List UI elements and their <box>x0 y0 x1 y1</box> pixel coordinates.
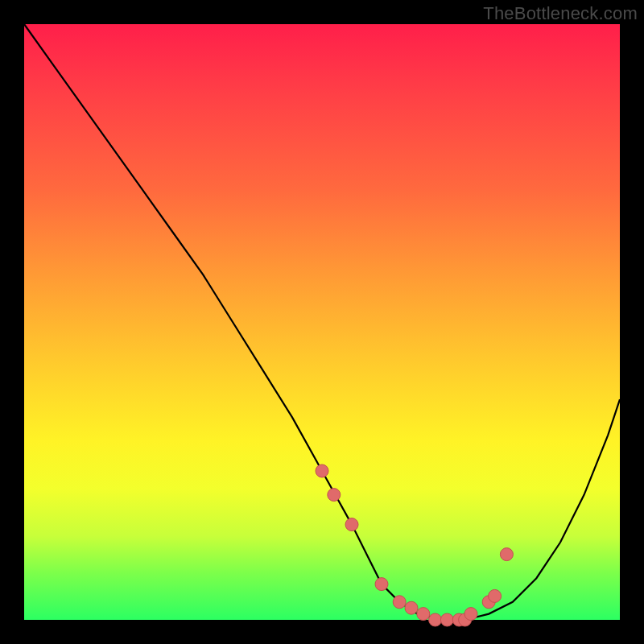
chart-svg <box>24 24 620 620</box>
scatter-point <box>328 489 341 502</box>
scatter-points <box>316 464 513 626</box>
scatter-point <box>405 601 418 614</box>
scatter-point <box>440 613 453 626</box>
scatter-point <box>464 608 477 621</box>
scatter-point <box>489 589 502 602</box>
scatter-point <box>393 596 406 609</box>
bottleneck-curve <box>24 24 620 620</box>
scatter-point <box>316 464 328 477</box>
scatter-point <box>375 578 388 591</box>
scatter-point <box>500 548 513 561</box>
scatter-point <box>417 608 430 621</box>
chart-frame: TheBottleneck.com <box>0 0 644 644</box>
scatter-point <box>345 518 358 531</box>
scatter-point <box>429 613 442 626</box>
watermark-text: TheBottleneck.com <box>483 3 638 24</box>
